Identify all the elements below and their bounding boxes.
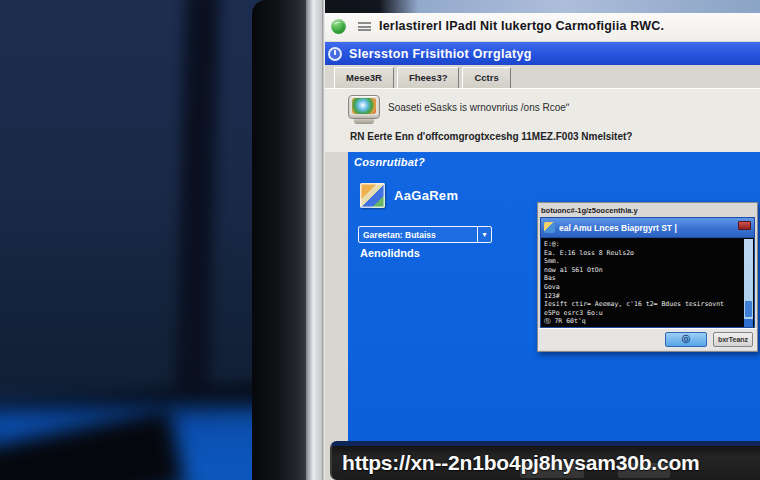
dialog-titlebar[interactable]: Slersston Frisithiot Orrglatyg: [322, 42, 760, 65]
terminal-line: Iesift ctir= Aeemay, c'16 t2= Bdues tesi…: [544, 300, 742, 309]
dialog-message-line2: RN Eerte Enn d'offcomgrogtxceshg 11MEZ.F…: [350, 131, 632, 142]
update-orb-icon: [331, 19, 346, 34]
terminal-line: Gova: [544, 283, 742, 292]
combobox-value: Gareetan: Butaiss: [359, 230, 477, 240]
ok-button[interactable]: Ⓞ: [665, 332, 707, 347]
monitor-bezel: [252, 0, 308, 480]
tab-2[interactable]: Fhees3?: [397, 67, 460, 89]
display-icon-glass: [352, 98, 376, 114]
terminal-line: e5Po esrc3 6o:u: [544, 309, 742, 318]
tab-1[interactable]: Mese3R: [334, 67, 394, 89]
screen-left-edge: [322, 0, 325, 480]
app-header-bar: Ierlastirerl IPadl Nit Iukertgo Carmofig…: [322, 13, 760, 41]
chevron-down-icon[interactable]: ▾: [477, 227, 491, 242]
url-overlay-bar: https://xn--2n1bo4pj8hysam30b.com: [330, 441, 760, 480]
background-window-frame-vertical: [174, 0, 220, 430]
display-icon-base: [354, 119, 374, 124]
terminal-line: Ea. E:16 loss 8 Reuls2o: [544, 249, 742, 258]
monitor-bezel-edge: [306, 0, 322, 480]
terminal-button-row: Ⓞ bxrTeanz: [538, 328, 757, 350]
terminal-line: Bas: [544, 274, 742, 283]
terminal-line: 5mm.: [544, 257, 742, 266]
close-icon[interactable]: [738, 221, 751, 230]
terminal-line: Ⓑ 7R 60t'q: [544, 317, 742, 326]
panel-link[interactable]: Aenolidnds: [360, 247, 420, 259]
monitor-screen: Ierlastirerl IPadl Nit Iukertgo Carmofig…: [322, 0, 760, 480]
selected-list-item[interactable]: Cosnrutibat?: [354, 156, 425, 168]
clock-icon: [328, 47, 342, 61]
app-header-title: Ierlastirerl IPadl Nit Iukertgo Carmofig…: [379, 19, 664, 33]
scrollbar-corner: [744, 319, 753, 327]
terminal-line: now a1 561 OtOn: [544, 266, 742, 275]
terminal-title: eal Amu Lnces Biaprgyrt ST |: [559, 223, 677, 233]
dialog-content-top: [324, 88, 760, 152]
display-settings-icon: [348, 95, 380, 125]
url-text: https://xn--2n1bo4pj8hysam30b.com: [332, 451, 699, 475]
app-name-label: AaGaRem: [394, 188, 458, 203]
terminal-output: E:@: Ea. E:16 loss 8 Reuls2o 5mm. now a1…: [540, 238, 755, 328]
terminal-line: 123#: [544, 292, 742, 301]
dialog-message-line1: Soaseti eSasks is wrnovnrius /ons Rcoeʺ: [388, 102, 569, 113]
monitor-photo-scene: Ierlastirerl IPadl Nit Iukertgo Carmofig…: [0, 0, 760, 480]
cancel-button[interactable]: bxrTeanz: [713, 332, 753, 347]
terminal-window-caption: botuonc#-1g/z5oocenthla.y: [538, 203, 757, 217]
terminal-scrollbar[interactable]: [744, 239, 753, 327]
terminal-line: E:@:: [544, 240, 742, 249]
terminal-titlebar[interactable]: eal Amu Lnces Biaprgyrt ST |: [540, 217, 755, 238]
menu-icon[interactable]: [358, 22, 371, 31]
dialog-tabstrip: Mese3R Fhees3? Cctrs: [334, 67, 511, 89]
dialog-title: Slersston Frisithiot Orrglatyg: [349, 47, 532, 61]
terminal-app-icon: [544, 222, 555, 233]
app-package-icon: [360, 183, 385, 208]
scrollbar-thumb[interactable]: [745, 301, 752, 317]
settings-combobox[interactable]: Gareetan: Butaiss ▾: [358, 226, 492, 243]
screen-top-strip: [322, 0, 760, 13]
tab-3[interactable]: Cctrs: [462, 67, 510, 89]
terminal-window[interactable]: botuonc#-1g/z5oocenthla.y eal Amu Lnces …: [537, 202, 758, 352]
